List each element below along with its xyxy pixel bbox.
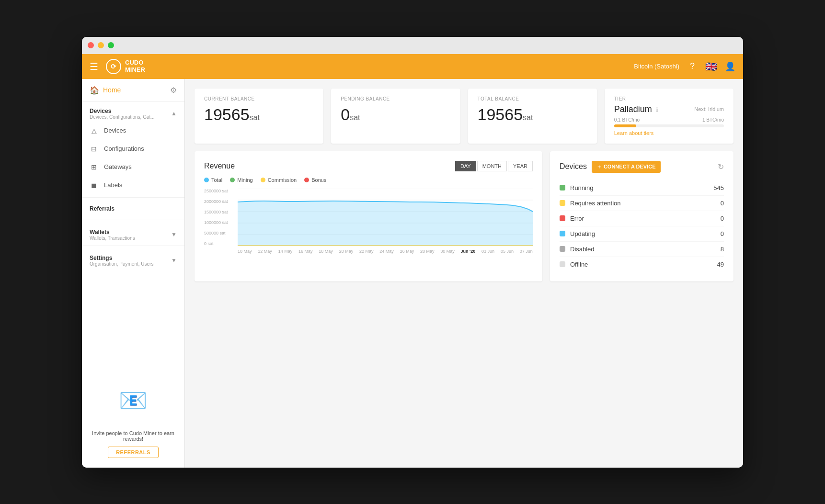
revenue-chart: 2500000 sat 2000000 sat 1500000 sat 1000… [204, 189, 533, 256]
status-label-1: Requires attention [570, 200, 621, 207]
sidebar: 🏠 Home ⚙ Devices Devices, Configurations… [82, 79, 185, 468]
y-label-2000k: 2000000 sat [204, 199, 238, 204]
status-indicator-2 [560, 215, 565, 221]
user-icon[interactable]: 👤 [725, 61, 735, 72]
status-left-4: Disabled [560, 246, 595, 253]
device-status-row: Error 0 [560, 211, 724, 226]
legend-mining-dot [230, 178, 235, 182]
status-count-2: 0 [721, 215, 724, 222]
wallets-group-sub: Wallets, Transactions [90, 235, 135, 241]
status-left-5: Offline [560, 261, 588, 268]
sidebar-item-labels[interactable]: ◼ Labels [82, 176, 184, 194]
balance-row: CURRENT BALANCE 19565sat PENDING BALANCE… [195, 89, 733, 144]
revenue-header: Revenue DAY MONTH YEAR [204, 161, 533, 171]
devices-panel: Devices ＋ CONNECT A DEVICE ↻ Running 545 [550, 151, 733, 281]
sidebar-home: 🏠 Home ⚙ [82, 79, 184, 102]
pending-balance-value: 0sat [341, 105, 450, 124]
current-balance-label: CURRENT BALANCE [204, 96, 314, 101]
devices-group-sub: Devices, Configurations, Gat... [90, 114, 155, 120]
close-btn[interactable] [88, 42, 94, 48]
plus-icon: ＋ [596, 163, 602, 170]
status-left-1: Requires attention [560, 200, 621, 207]
wallets-group-title: Wallets [90, 229, 135, 235]
month-button[interactable]: MONTH [477, 161, 507, 171]
minimize-btn[interactable] [98, 42, 104, 48]
chart-svg-area [238, 189, 533, 246]
status-count-0: 545 [713, 184, 724, 191]
y-label-1500k: 1500000 sat [204, 210, 238, 214]
sidebar-item-configurations[interactable]: ⊟ Configurations [82, 140, 184, 158]
pending-balance-card: PENDING BALANCE 0sat [331, 89, 460, 144]
topnav-right: Bitcoin (Satoshi) ? 🇬🇧 👤 [634, 61, 735, 72]
status-count-5: 49 [717, 261, 724, 268]
bottom-row: Revenue DAY MONTH YEAR Total [195, 151, 733, 281]
legend-total-label: Total [211, 177, 222, 183]
referrals-button[interactable]: REFERRALS [108, 447, 159, 458]
settings-group-title: Settings [90, 255, 153, 261]
help-icon[interactable]: ? [687, 61, 698, 72]
status-left-3: Updating [560, 230, 595, 237]
legend-mining: Mining [230, 177, 252, 183]
currency-selector[interactable]: Bitcoin (Satoshi) [634, 63, 679, 70]
connect-device-button[interactable]: ＋ CONNECT A DEVICE [592, 161, 661, 173]
pending-balance-label: PENDING BALANCE [341, 96, 450, 101]
y-label-0: 0 sat [204, 241, 238, 246]
device-status-row: Offline 49 [560, 257, 724, 272]
current-balance-value: 19565sat [204, 105, 314, 124]
home-button[interactable]: 🏠 Home [90, 86, 121, 95]
legend-total: Total [204, 177, 222, 183]
sidebar-item-devices[interactable]: △ Devices [82, 122, 184, 140]
status-indicator-0 [560, 185, 565, 190]
titlebar [82, 37, 743, 54]
status-label-5: Offline [570, 261, 588, 268]
hamburger-icon[interactable]: ☰ [90, 61, 98, 72]
gateways-label: Gateways [104, 163, 132, 170]
app-window: ☰ ⟳ CUDO MINER Bitcoin (Satoshi) ? 🇬🇧 👤 [82, 37, 743, 468]
main-layout: 🏠 Home ⚙ Devices Devices, Configurations… [82, 79, 743, 468]
legend-commission-label: Commission [268, 177, 297, 183]
status-indicator-3 [560, 231, 565, 236]
wallets-group-header[interactable]: Wallets Wallets, Transactions ▼ [82, 223, 184, 243]
legend-total-dot [204, 178, 209, 182]
status-count-3: 0 [721, 230, 724, 237]
sidebar-item-gateways[interactable]: ⊞ Gateways [82, 158, 184, 176]
total-balance-card: TOTAL BALANCE 19565sat [468, 89, 597, 144]
maximize-btn[interactable] [108, 42, 114, 48]
chevron-down-wallets-icon: ▼ [171, 231, 177, 238]
sidebar-item-referrals[interactable]: Referrals [82, 201, 184, 217]
status-count-1: 0 [721, 200, 724, 207]
gateways-icon: ⊞ [90, 163, 98, 171]
y-label-2500k: 2500000 sat [204, 189, 238, 193]
day-button[interactable]: DAY [455, 161, 476, 171]
home-label: Home [103, 86, 121, 94]
main-content: CURRENT BALANCE 19565sat PENDING BALANCE… [185, 79, 743, 468]
year-button[interactable]: YEAR [508, 161, 533, 171]
chart-y-labels: 2500000 sat 2000000 sat 1500000 sat 1000… [204, 189, 238, 246]
devices-panel-title: Devices [560, 162, 587, 171]
revenue-card: Revenue DAY MONTH YEAR Total [195, 151, 542, 281]
devices-label: Devices [104, 127, 126, 134]
language-flag[interactable]: 🇬🇧 [705, 61, 717, 72]
settings-icon[interactable]: ⚙ [170, 86, 177, 95]
settings-group-header[interactable]: Settings Organisation, Payment, Users ▼ [82, 249, 184, 269]
logo-icon: ⟳ [106, 59, 121, 74]
status-label-4: Disabled [570, 246, 595, 253]
labels-label: Labels [104, 181, 122, 189]
logo: ⟳ CUDO MINER [106, 59, 145, 74]
chart-legend: Total Mining Commission [204, 177, 533, 183]
status-left-2: Error [560, 215, 584, 222]
devices-icon: △ [90, 126, 98, 135]
tier-learn-link[interactable]: Learn about tiers [614, 130, 724, 136]
legend-bonus: Bonus [304, 177, 326, 183]
devices-group-header[interactable]: Devices Devices, Configurations, Gat... … [82, 102, 184, 122]
app-content: ☰ ⟳ CUDO MINER Bitcoin (Satoshi) ? 🇬🇧 👤 [82, 54, 743, 468]
devices-section: Devices Devices, Configurations, Gat... … [82, 102, 184, 194]
chevron-up-icon: ▲ [171, 110, 177, 117]
current-balance-card: CURRENT BALANCE 19565sat [195, 89, 323, 144]
total-balance-value: 19565sat [478, 105, 587, 124]
status-label-3: Updating [570, 230, 595, 237]
tier-name: Palladium [614, 104, 652, 114]
device-status-row: Running 545 [560, 180, 724, 196]
refresh-icon[interactable]: ↻ [718, 162, 724, 171]
devices-group-title: Devices [90, 108, 155, 114]
